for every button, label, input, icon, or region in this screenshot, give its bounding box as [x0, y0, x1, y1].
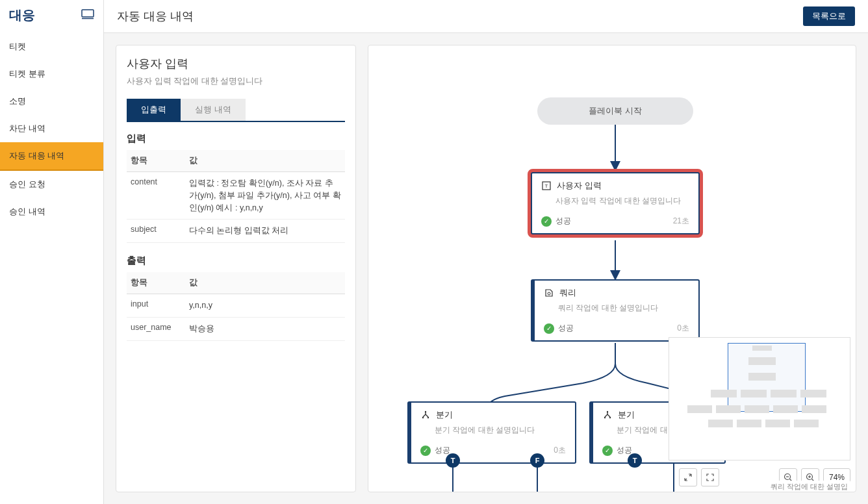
- sidebar-item-approval-history[interactable]: 승인 내역: [0, 198, 103, 225]
- input-icon: T: [541, 181, 552, 191]
- check-icon: ✓: [602, 446, 613, 456]
- main: 자동 대응 내역 목록으로 사용자 입력 사용자 입력 작업에 대한 설명입니다…: [104, 0, 868, 504]
- check-icon: ✓: [544, 323, 554, 334]
- output-section-heading: 출력: [127, 255, 345, 267]
- svg-point-11: [428, 417, 429, 418]
- page-title: 자동 대응 내역: [117, 8, 194, 24]
- branch-icon: [420, 410, 431, 420]
- query-icon: [544, 288, 554, 298]
- input-table: 항목 값 content 입력값 : 정오탐 확인(y/n), 조사 자료 추가…: [127, 150, 345, 243]
- svg-rect-0: [82, 10, 94, 17]
- branch-true-badge: T: [446, 453, 460, 468]
- svg-point-9: [548, 292, 550, 295]
- sidebar-item-ticket[interactable]: 티켓: [0, 33, 103, 60]
- node-query[interactable]: 쿼리 쿼리 작업에 대한 설명입니다 ✓성공 0초: [531, 279, 700, 342]
- output-header-val: 값: [185, 272, 345, 294]
- branch-false-badge: F: [530, 453, 544, 468]
- branch-true-badge-2: T: [628, 453, 642, 468]
- svg-text:T: T: [545, 183, 548, 189]
- sidebar-item-auto-response[interactable]: 자동 대응 내역: [0, 142, 103, 171]
- check-icon: ✓: [420, 446, 431, 456]
- playbook-canvas[interactable]: 플레이북 시작 T 사용자 입력 사용자 입력 작업에 대한 설명입니다 ✓성공…: [368, 45, 856, 492]
- back-to-list-button[interactable]: 목록으로: [803, 6, 855, 26]
- tab-exec-history[interactable]: 실행 내역: [181, 99, 246, 121]
- sidebar-title: 대응: [9, 6, 35, 24]
- output-table: 항목 값 input y,n,n,y user_name 박승용: [127, 272, 345, 341]
- svg-point-14: [609, 417, 611, 418]
- sidebar-item-explanation[interactable]: 소명: [0, 88, 103, 115]
- table-row: subject 다수의 논리형 입력값 처리: [127, 220, 345, 243]
- sidebar-header: 대응: [0, 0, 103, 33]
- detail-tabs: 입출력 실행 내역: [127, 99, 345, 122]
- svg-point-15: [607, 411, 608, 412]
- node-branch-left[interactable]: 분기 분기 작업에 대한 설명입니다 ✓성공 0초: [407, 401, 576, 464]
- tab-io[interactable]: 입출력: [127, 99, 181, 121]
- svg-point-12: [425, 411, 426, 412]
- sidebar: 대응 티켓 티켓 분류 소명 차단 내역 자동 대응 내역 승인 요청 승인 내…: [0, 0, 104, 504]
- fullscreen-button[interactable]: [701, 468, 719, 486]
- input-header-key: 항목: [127, 150, 185, 172]
- hover-tooltip: 쿼리 작업에 대한 설명입: [768, 481, 850, 492]
- sidebar-item-block-history[interactable]: 차단 내역: [0, 115, 103, 142]
- playbook-start-node[interactable]: 플레이북 시작: [537, 97, 693, 125]
- input-header-val: 값: [185, 150, 345, 172]
- detail-panel: 사용자 입력 사용자 입력 작업에 대한 설명입니다 입출력 실행 내역 입력 …: [116, 45, 356, 492]
- detail-desc: 사용자 입력 작업에 대한 설명입니다: [127, 75, 345, 87]
- check-icon: ✓: [541, 216, 552, 227]
- output-header-key: 항목: [127, 272, 185, 294]
- svg-point-10: [422, 417, 424, 418]
- monitor-icon[interactable]: [81, 8, 94, 23]
- detail-title: 사용자 입력: [127, 56, 345, 71]
- table-row: user_name 박승용: [127, 317, 345, 340]
- sidebar-item-ticket-category[interactable]: 티켓 분류: [0, 60, 103, 88]
- minimap[interactable]: [669, 337, 850, 460]
- canvas-toolbar-left: [679, 468, 719, 486]
- branch-icon: [602, 410, 613, 420]
- node-user-input[interactable]: T 사용자 입력 사용자 입력 작업에 대한 설명입니다 ✓성공 21초: [531, 172, 700, 234]
- page-header: 자동 대응 내역 목록으로: [104, 0, 868, 33]
- table-row: content 입력값 : 정오탐 확인(y/n), 조사 자료 추가(y/n)…: [127, 172, 345, 220]
- svg-point-13: [604, 417, 606, 418]
- sidebar-item-approval-request[interactable]: 승인 요청: [0, 171, 103, 198]
- table-row: input y,n,n,y: [127, 294, 345, 318]
- input-section-heading: 입력: [127, 132, 345, 145]
- fit-screen-button[interactable]: [679, 468, 697, 486]
